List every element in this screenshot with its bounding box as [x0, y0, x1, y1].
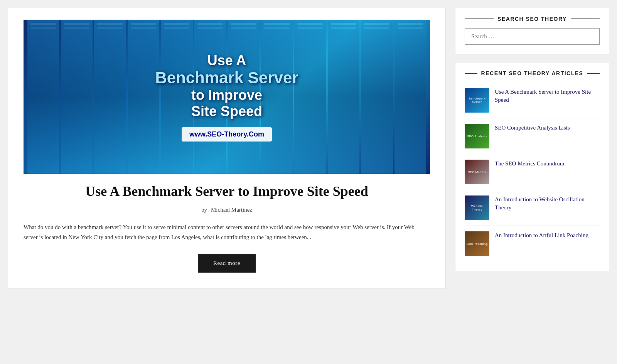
rack-9 — [294, 20, 326, 174]
rack-1 — [27, 20, 59, 174]
recent-article-title-3[interactable]: The SEO Metrics Conundrum — [495, 160, 564, 168]
recent-title-text: RECENT SEO THEORY ARTICLES — [481, 70, 583, 76]
rack-10 — [328, 20, 360, 174]
article-thumb-4: Website Theory — [465, 195, 489, 220]
recent-article-title-5[interactable]: An Introduction to Artful Link Poaching — [495, 231, 588, 239]
sidebar: SEARCH SEO THEORY RECENT SEO THEORY ARTI… — [455, 8, 609, 271]
search-title-line-left — [465, 19, 494, 19]
image-text-line4: Site Speed — [155, 103, 298, 120]
thumb-label-3: SEO Metrics — [465, 160, 489, 184]
recent-article-item-3: SEO Metrics The SEO Metrics Conundrum — [465, 154, 600, 190]
article-thumb-1: Benchmark Server — [465, 88, 489, 113]
recent-title-line-left — [465, 73, 477, 74]
thumb-label-1: Benchmark Server — [465, 88, 489, 113]
recent-article-item-5: Link Poaching An Introduction to Artful … — [465, 226, 600, 261]
recent-article-item-1: Benchmark Server Use A Benchmark Server … — [465, 83, 600, 118]
article-hero-image: Use A Benchmark Server to Improve Site S… — [24, 20, 430, 174]
recent-title-line-right — [587, 73, 600, 74]
rack-4 — [128, 20, 160, 174]
image-text-line1: Use A — [155, 52, 298, 69]
article-thumb-2: SEO Analysis — [465, 124, 489, 148]
rack-2 — [61, 20, 93, 174]
byline-line-left — [120, 210, 197, 210]
article-thumb-3: SEO Metrics — [465, 160, 489, 184]
article-title: Use A Benchmark Server to Improve Site S… — [24, 183, 430, 200]
search-input[interactable] — [466, 29, 598, 44]
thumb-label-5: Link Poaching — [465, 231, 489, 256]
image-text-line2: Benchmark Server — [155, 69, 298, 87]
recent-article-item-4: Website Theory An Introduction to Websit… — [465, 190, 600, 226]
read-more-button[interactable]: Read more — [198, 254, 256, 273]
article-image-wrapper: Use A Benchmark Server to Improve Site S… — [24, 20, 430, 174]
recent-article-title-2[interactable]: SEO Competitive Analysis Lists — [495, 124, 570, 132]
page-wrapper: Use A Benchmark Server to Improve Site S… — [8, 8, 609, 356]
search-widget-title: SEARCH SEO THEORY — [465, 16, 600, 22]
article-thumb-5: Link Poaching — [465, 231, 489, 256]
recent-widget-title: RECENT SEO THEORY ARTICLES — [465, 70, 600, 76]
article-list: Benchmark Server Use A Benchmark Server … — [465, 83, 600, 261]
image-text-line3: to Improve — [155, 87, 298, 103]
rack-12 — [394, 20, 427, 174]
recent-article-title-4[interactable]: An Introduction to Website Oscillation T… — [495, 195, 600, 212]
article-image-url: www.SEO-Theory.Com — [182, 127, 272, 142]
article-byline: by Michael Martinez — [24, 207, 430, 213]
recent-article-item-2: SEO Analysis SEO Competitive Analysis Li… — [465, 118, 600, 154]
author-name: Michael Martinez — [211, 207, 252, 213]
search-title-text: SEARCH SEO THEORY — [497, 16, 567, 22]
thumb-label-2: SEO Analysis — [465, 124, 489, 148]
article-body: What do you do with a benchmark server? … — [24, 222, 430, 242]
byline-prefix: by — [201, 207, 207, 213]
search-input-wrapper[interactable] — [465, 28, 600, 45]
search-widget: SEARCH SEO THEORY — [455, 8, 609, 54]
rack-3 — [94, 20, 126, 174]
recent-article-title-1[interactable]: Use A Benchmark Server to Improve Site S… — [495, 88, 600, 104]
main-content: Use A Benchmark Server to Improve Site S… — [8, 8, 446, 288]
byline-line-right — [256, 210, 333, 210]
rack-11 — [361, 20, 393, 174]
recent-articles-widget: RECENT SEO THEORY ARTICLES Benchmark Ser… — [455, 62, 609, 271]
thumb-label-4: Website Theory — [465, 195, 489, 220]
search-title-line-right — [571, 19, 600, 19]
article-image-text: Use A Benchmark Server to Improve Site S… — [155, 52, 298, 120]
